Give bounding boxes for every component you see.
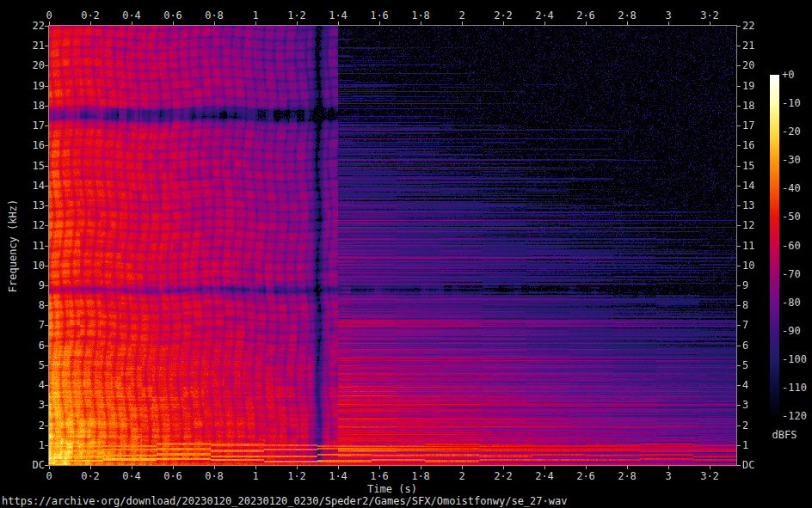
y-axis-tick-label-right: 15 [742,161,754,171]
y-axis-tick-mark-left [45,145,48,146]
y-axis-tick-label-right: 11 [742,241,754,251]
y-axis-tick-mark-right [737,405,741,406]
colorbar [770,75,779,416]
x-axis-tick-label-bottom: 0·8 [205,471,224,481]
x-axis-tick-label-bottom: 1·8 [411,471,430,481]
y-axis-tick-label-left: 1 [0,440,45,450]
x-axis-tick-mark-bottom [214,466,215,469]
y-axis-tick-mark-left [45,425,48,426]
y-axis-tick-label-left: 11 [0,241,45,251]
x-axis-tick-label-bottom: 0 [46,471,52,481]
x-axis-tick-mark-bottom [338,466,339,469]
x-axis-tick-mark-top [627,21,628,25]
y-axis-tick-mark-left [45,266,48,266]
x-axis-tick-mark-bottom [132,466,132,469]
y-axis-tick-mark-right [737,26,741,27]
y-axis-tick-mark-right [737,246,741,247]
y-axis-tick-mark-left [45,246,48,247]
y-axis-tick-label-right: 12 [742,220,754,230]
colorbar-tick-label: -100 [782,354,807,364]
y-axis-tick-mark-left [45,285,48,286]
colorbar-tick-label: -70 [782,269,801,279]
x-axis-tick-label-top: 1·2 [287,10,306,21]
y-axis-tick-mark-right [737,266,741,266]
x-axis-tick-label-bottom: 3·2 [700,471,719,481]
y-axis-tick-label-left: 4 [0,380,45,390]
x-axis-tick-mark-top [90,21,91,25]
y-axis-tick-label-left: 22 [0,21,45,31]
y-axis-tick-mark-right [737,425,741,426]
y-axis-tick-label-left: 12 [0,220,45,230]
y-axis-tick-mark-left [45,26,48,27]
x-axis-tick-mark-bottom [255,466,256,469]
x-axis-tick-label-top: 0·8 [205,10,224,21]
y-axis-tick-mark-left [45,465,48,466]
colorbar-tick-label: -110 [782,383,807,393]
y-axis-tick-label-left: 8 [0,300,45,310]
y-axis-tick-label-right: 7 [742,320,748,330]
y-axis-tick-label-right: 16 [742,140,754,150]
x-axis-tick-mark-top [214,21,215,25]
x-axis-tick-label-bottom: 1·6 [370,471,389,481]
y-axis-tick-mark-right [737,186,741,187]
y-axis-tick-label-left: 14 [0,181,45,191]
x-axis-tick-mark-top [503,21,504,25]
x-axis-tick-label-top: 1·8 [411,10,430,21]
y-axis-tick-mark-right [737,285,741,286]
y-axis-tick-mark-right [737,46,741,46]
y-axis-tick-label-right: 17 [742,120,754,131]
x-axis-tick-label-bottom: 2 [458,471,464,481]
x-axis-tick-mark-top [544,21,545,25]
colorbar-tick-label: -50 [782,211,801,222]
y-axis-tick-mark-left [45,86,48,87]
x-axis-tick-mark-top [421,21,421,25]
x-axis-tick-label-top: 2·8 [618,10,637,21]
y-axis-tick-label-right: 21 [742,40,754,51]
y-axis-tick-label-right: 20 [742,60,754,70]
y-axis-tick-label-left: 21 [0,40,45,51]
y-axis-tick-mark-left [45,445,48,446]
x-axis-tick-label-bottom: 2·2 [494,471,513,481]
y-axis-tick-mark-right [737,166,741,167]
y-axis-tick-mark-left [45,225,48,226]
x-axis-tick-mark-bottom [173,466,174,469]
y-axis-tick-mark-right [737,125,741,126]
x-axis-tick-label-top: 1 [252,10,258,21]
x-axis-tick-mark-bottom [503,466,504,469]
x-axis-tick-mark-top [710,21,710,25]
x-axis-tick-mark-top [379,21,380,25]
y-axis-tick-label-right: 19 [742,81,754,91]
x-axis-tick-mark-top [132,21,132,25]
y-axis-tick-mark-left [45,325,48,326]
x-axis-tick-mark-bottom [586,466,587,469]
spectrogram-page: Frequency (kHz) Time (s) dBFS https://ar… [0,0,812,508]
y-axis-tick-mark-left [45,186,48,187]
y-axis-tick-label-right: 9 [742,280,748,291]
x-axis-tick-mark-bottom [668,466,669,469]
y-axis-tick-mark-right [737,385,741,386]
y-axis-tick-label-right: 10 [742,260,754,271]
x-axis-tick-label-bottom: 1·4 [329,471,348,481]
y-axis-tick-mark-left [45,106,48,107]
x-axis-tick-label-bottom: 2·6 [576,471,595,481]
y-axis-tick-mark-left [45,65,48,66]
x-axis-tick-mark-top [586,21,587,25]
x-axis-tick-mark-top [462,21,463,25]
y-axis-tick-label-right: 4 [742,380,748,390]
y-axis-tick-label-left: 5 [0,360,45,370]
colorbar-title: dBFS [772,429,797,441]
x-axis-tick-label-bottom: 1 [252,471,258,481]
y-axis-tick-label-left: 6 [0,340,45,351]
x-axis-tick-label-top: 3·2 [700,10,719,21]
y-axis-tick-mark-right [737,305,741,306]
y-axis-tick-label-right: DC [742,460,754,470]
x-axis-tick-mark-top [255,21,256,25]
y-axis-tick-label-right: 18 [742,101,754,111]
x-axis-tick-label-bottom: 1·2 [287,471,306,481]
x-axis-tick-label-bottom: 2·4 [535,471,554,481]
y-axis-tick-label-right: 22 [742,21,754,31]
x-axis-tick-mark-top [173,21,174,25]
y-axis-tick-mark-right [737,445,741,446]
y-axis-tick-label-right: 5 [742,360,748,370]
x-axis-tick-mark-bottom [462,466,463,469]
